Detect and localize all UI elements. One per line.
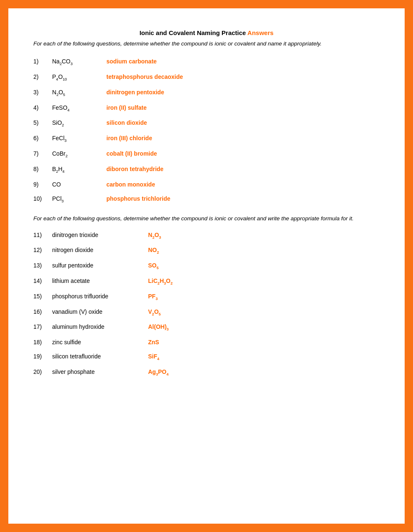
question-answer: SiF4 bbox=[148, 353, 159, 361]
question-answer: phosphorus trichloride bbox=[106, 195, 170, 202]
question-name: phosphorus trifluoride bbox=[52, 293, 148, 300]
question-row-5: 5) SiO2 silicon dioxide bbox=[33, 119, 380, 127]
question-num: 12) bbox=[33, 247, 52, 253]
question-name: sulfur pentoxide bbox=[52, 262, 148, 269]
question-name: vanadium (V) oxide bbox=[52, 308, 148, 315]
question-row-15: 15) phosphorus trifluoride PF3 bbox=[33, 293, 380, 301]
question-answer: tetraphosphorus decaoxide bbox=[106, 73, 183, 80]
question-row-12: 12) nitrogen dioxide NO2 bbox=[33, 247, 380, 255]
question-row-10: 10) PCl3 phosphorus trichloride bbox=[33, 195, 380, 203]
question-answer: cobalt (II) bromide bbox=[106, 150, 157, 157]
question-num: 11) bbox=[33, 232, 52, 238]
question-answer: PF3 bbox=[148, 293, 158, 301]
question-row-6: 6) FeCl3 iron (III) chloride bbox=[33, 135, 380, 143]
question-row-8: 8) B2H4 diboron tetrahydride bbox=[33, 166, 380, 174]
question-name: silicon tetrafluoride bbox=[52, 353, 148, 360]
question-num: 10) bbox=[33, 195, 52, 202]
question-name: lithium acetate bbox=[52, 277, 148, 284]
question-answer: iron (III) chloride bbox=[106, 135, 152, 141]
page-title: Ionic and Covalent Naming Practice Answe… bbox=[33, 29, 380, 36]
question-answer: SO5 bbox=[148, 262, 159, 270]
question-formula: CoBr2 bbox=[52, 150, 106, 158]
question-num: 6) bbox=[33, 135, 52, 141]
question-formula: FeSO4 bbox=[52, 104, 106, 112]
question-formula: PCl3 bbox=[52, 195, 106, 203]
question-name: nitrogen dioxide bbox=[52, 247, 148, 253]
question-formula: FeCl3 bbox=[52, 135, 106, 143]
instructions-part1: For each of the following questions, det… bbox=[33, 40, 380, 48]
question-answer: sodium carbonate bbox=[106, 58, 157, 65]
question-formula: CO bbox=[52, 181, 106, 188]
question-formula: N2O5 bbox=[52, 89, 106, 97]
question-answer: Al(OH)3 bbox=[148, 323, 169, 331]
question-name: silver phosphate bbox=[52, 368, 148, 375]
question-num: 14) bbox=[33, 277, 52, 284]
question-answer: NO2 bbox=[148, 247, 159, 255]
question-row-1: 1) Na2CO3 sodium carbonate bbox=[33, 58, 380, 66]
question-num: 17) bbox=[33, 323, 52, 330]
question-num: 18) bbox=[33, 339, 52, 345]
question-formula: SiO2 bbox=[52, 119, 106, 127]
question-num: 20) bbox=[33, 368, 52, 375]
question-answer: carbon monoxide bbox=[106, 181, 155, 188]
question-num: 13) bbox=[33, 262, 52, 269]
title-main: Ionic and Covalent Naming Practice bbox=[139, 29, 247, 36]
question-row-7: 7) CoBr2 cobalt (II) bromide bbox=[33, 150, 380, 158]
question-row-14: 14) lithium acetate LiC2H3O2 bbox=[33, 277, 380, 285]
question-num: 1) bbox=[33, 58, 52, 65]
question-num: 2) bbox=[33, 73, 52, 80]
question-num: 5) bbox=[33, 119, 52, 126]
question-answer: V2O5 bbox=[148, 308, 161, 316]
question-answer: ZnS bbox=[148, 339, 159, 345]
question-answer: silicon dioxide bbox=[106, 119, 147, 126]
question-num: 4) bbox=[33, 104, 52, 111]
question-name: aluminum hydroxide bbox=[52, 323, 148, 330]
question-formula: P4O10 bbox=[52, 73, 106, 81]
title-answers: Answers bbox=[247, 29, 274, 36]
question-num: 16) bbox=[33, 308, 52, 315]
question-row-4: 4) FeSO4 iron (II) sulfate bbox=[33, 104, 380, 112]
question-num: 3) bbox=[33, 89, 52, 96]
question-row-20: 20) silver phosphate Ag3PO4 bbox=[33, 368, 380, 376]
question-num: 19) bbox=[33, 353, 52, 360]
question-row-19: 19) silicon tetrafluoride SiF4 bbox=[33, 353, 380, 361]
question-row-9: 9) CO carbon monoxide bbox=[33, 181, 380, 188]
instructions-part2: For each of the following questions, det… bbox=[33, 214, 380, 223]
question-answer: iron (II) sulfate bbox=[106, 104, 146, 111]
question-row-2: 2) P4O10 tetraphosphorus decaoxide bbox=[33, 73, 380, 81]
question-row-13: 13) sulfur pentoxide SO5 bbox=[33, 262, 380, 270]
question-answer: dinitrogen pentoxide bbox=[106, 89, 164, 96]
question-formula: Na2CO3 bbox=[52, 58, 106, 66]
question-answer: diboron tetrahydride bbox=[106, 166, 164, 172]
question-row-18: 18) zinc sulfide ZnS bbox=[33, 339, 380, 345]
question-row-3: 3) N2O5 dinitrogen pentoxide bbox=[33, 89, 380, 97]
question-num: 8) bbox=[33, 166, 52, 172]
question-name: dinitrogen trioxide bbox=[52, 232, 148, 238]
question-row-16: 16) vanadium (V) oxide V2O5 bbox=[33, 308, 380, 316]
page: Ionic and Covalent Naming Practice Answe… bbox=[8, 8, 405, 524]
question-row-17: 17) aluminum hydroxide Al(OH)3 bbox=[33, 323, 380, 331]
question-name: zinc sulfide bbox=[52, 339, 148, 345]
question-num: 9) bbox=[33, 181, 52, 188]
question-answer: N2O3 bbox=[148, 232, 161, 240]
question-answer: LiC2H3O2 bbox=[148, 277, 173, 285]
question-answer: Ag3PO4 bbox=[148, 368, 169, 376]
question-num: 7) bbox=[33, 150, 52, 157]
question-num: 15) bbox=[33, 293, 52, 300]
question-formula: B2H4 bbox=[52, 166, 106, 174]
question-row-11: 11) dinitrogen trioxide N2O3 bbox=[33, 232, 380, 240]
